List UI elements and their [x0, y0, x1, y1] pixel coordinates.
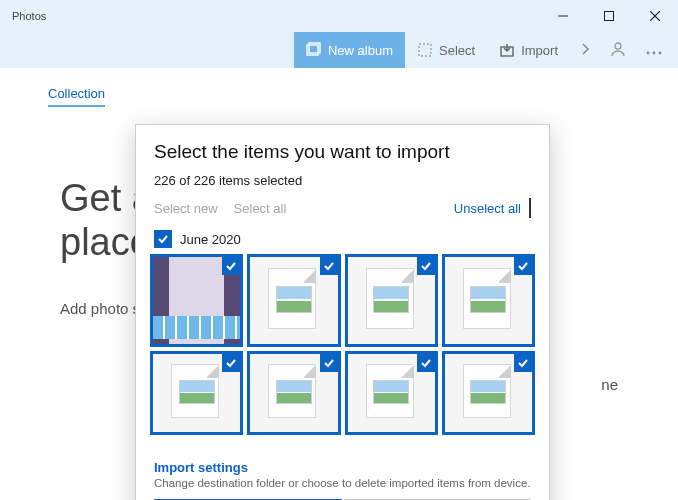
- import-settings-link[interactable]: Import settings: [154, 460, 531, 475]
- select-icon: [417, 42, 433, 58]
- dialog-title: Select the items you want to import: [154, 141, 531, 163]
- svg-point-9: [647, 51, 650, 54]
- selected-badge: [514, 354, 532, 372]
- more-icon: [646, 43, 662, 58]
- import-icon: [499, 42, 515, 58]
- thumbnail-item[interactable]: [442, 351, 535, 435]
- hero-trailing-text: ne: [601, 376, 618, 393]
- person-icon: [610, 41, 626, 60]
- selected-badge: [222, 257, 240, 275]
- select-all-link[interactable]: Select all: [234, 201, 287, 216]
- import-button[interactable]: Import: [487, 32, 570, 68]
- window-controls: [540, 0, 678, 32]
- overflow-next-button[interactable]: [570, 32, 600, 68]
- selected-badge: [417, 354, 435, 372]
- import-dialog: Select the items you want to import 226 …: [135, 124, 550, 500]
- svg-point-10: [653, 51, 656, 54]
- maximize-button[interactable]: [586, 0, 632, 32]
- tabs: Collection: [0, 68, 678, 107]
- minimize-button[interactable]: [540, 0, 586, 32]
- page-content: Collection Get a place Add photo searcha…: [0, 68, 678, 500]
- tab-collection[interactable]: Collection: [48, 86, 105, 107]
- unselect-all-link[interactable]: Unselect all: [454, 201, 521, 216]
- close-button[interactable]: [632, 0, 678, 32]
- thumbnail-item[interactable]: [345, 351, 438, 435]
- selected-badge: [320, 354, 338, 372]
- more-button[interactable]: [636, 32, 672, 68]
- thumbnail-grid: [136, 248, 549, 452]
- selected-badge: [320, 257, 338, 275]
- thumbnail-item[interactable]: [247, 351, 340, 435]
- select-label: Select: [439, 43, 475, 58]
- svg-point-11: [659, 51, 662, 54]
- select-new-link[interactable]: Select new: [154, 201, 218, 216]
- import-label: Import: [521, 43, 558, 58]
- thumbnail-item[interactable]: [442, 254, 535, 347]
- svg-rect-1: [605, 12, 614, 21]
- thumbnail-item[interactable]: [247, 254, 340, 347]
- group-header[interactable]: June 2020: [154, 230, 531, 248]
- account-button[interactable]: [600, 32, 636, 68]
- thumbnail-item[interactable]: [150, 351, 243, 435]
- window-title: Photos: [12, 10, 46, 22]
- text-cursor-icon: [529, 198, 531, 218]
- chevron-right-icon: [580, 43, 590, 58]
- thumbnail-item[interactable]: [150, 254, 243, 347]
- new-album-button[interactable]: New album: [294, 32, 405, 68]
- selected-badge: [222, 354, 240, 372]
- new-album-label: New album: [328, 43, 393, 58]
- group-label: June 2020: [180, 232, 241, 247]
- new-album-icon: [306, 42, 322, 58]
- svg-rect-6: [419, 44, 431, 56]
- select-button[interactable]: Select: [405, 32, 487, 68]
- title-bar: Photos: [0, 0, 678, 32]
- group-checkbox[interactable]: [154, 230, 172, 248]
- command-bar: New album Select Import: [0, 32, 678, 68]
- svg-point-8: [615, 43, 621, 49]
- thumbnail-item[interactable]: [345, 254, 438, 347]
- selected-badge: [417, 257, 435, 275]
- import-settings-description: Change destination folder or choose to d…: [154, 477, 531, 489]
- selection-count: 226 of 226 items selected: [154, 173, 531, 188]
- selected-badge: [514, 257, 532, 275]
